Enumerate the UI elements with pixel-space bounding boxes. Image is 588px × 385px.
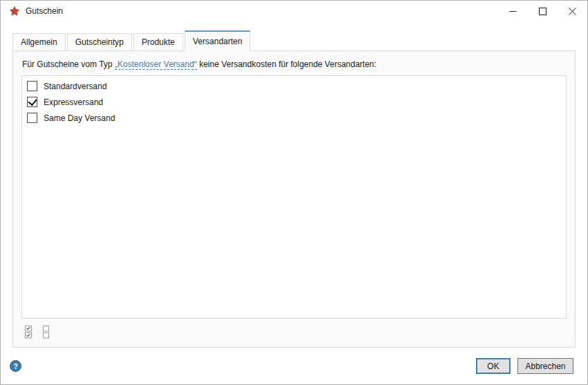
shipping-option-row[interactable]: Expressversand	[22, 94, 566, 110]
tab-label: Allgemein	[21, 37, 57, 47]
shipping-option-checkbox[interactable]	[27, 113, 37, 123]
shipping-option-label: Same Day Versand	[44, 113, 115, 123]
maximize-button[interactable]	[528, 1, 558, 21]
shipping-option-row[interactable]: Same Day Versand	[22, 110, 566, 126]
shipping-option-label: Standardversand	[44, 82, 107, 91]
close-button[interactable]	[558, 1, 587, 21]
shipping-option-checkbox[interactable]	[27, 81, 37, 91]
shipping-option-label: Expressversand	[44, 97, 103, 107]
deselect-all-icon	[42, 325, 50, 339]
tab-strip: Allgemein Gutscheintyp Produkte Versanda…	[1, 30, 587, 50]
instruction-suffix: keine Versandkosten für folgende Versand…	[197, 59, 377, 69]
tab-label: Produkte	[142, 37, 175, 47]
select-all-icon	[24, 325, 33, 339]
tab-allgemein[interactable]: Allgemein	[12, 33, 66, 51]
titlebar: Gutschein	[1, 1, 587, 21]
voucher-star-icon	[10, 6, 19, 16]
ok-button[interactable]: OK	[476, 358, 511, 374]
shipping-option-row[interactable]: Standardversand	[22, 78, 566, 94]
shipping-option-checkbox[interactable]	[27, 97, 37, 107]
help-icon[interactable]: ?	[10, 360, 21, 372]
window-controls	[498, 1, 587, 21]
tab-versandarten[interactable]: Versandarten	[185, 30, 250, 51]
dialog-buttons: OK Abbrechen	[476, 358, 573, 374]
instruction-prefix: Für Gutscheine vom Typ	[22, 59, 115, 69]
tab-gutscheintyp[interactable]: Gutscheintyp	[67, 33, 132, 51]
cancel-button[interactable]: Abbrechen	[517, 358, 573, 374]
shipping-options-listbox: Standardversand Expressversand Same Day …	[21, 75, 567, 319]
select-all-button[interactable]	[24, 325, 34, 339]
minimize-button[interactable]	[498, 1, 528, 21]
list-toolbar	[21, 325, 567, 339]
voucher-type-link[interactable]: „Kostenloser Versand“	[115, 59, 197, 70]
dialog-footer: ? OK Abbrechen	[1, 348, 587, 384]
deselect-all-button[interactable]	[41, 325, 51, 339]
tab-produkte[interactable]: Produkte	[134, 33, 183, 51]
instruction-text: Für Gutscheine vom Typ „Kostenloser Vers…	[22, 59, 566, 69]
tab-label: Gutscheintyp	[75, 37, 124, 47]
window-title: Gutschein	[26, 6, 63, 16]
tab-label: Versandarten	[193, 37, 242, 46]
tab-content-panel: Für Gutscheine vom Typ „Kostenloser Vers…	[12, 50, 576, 348]
gutschein-dialog: Gutschein Allgemein Gutscheintyp Produkt…	[0, 0, 588, 385]
